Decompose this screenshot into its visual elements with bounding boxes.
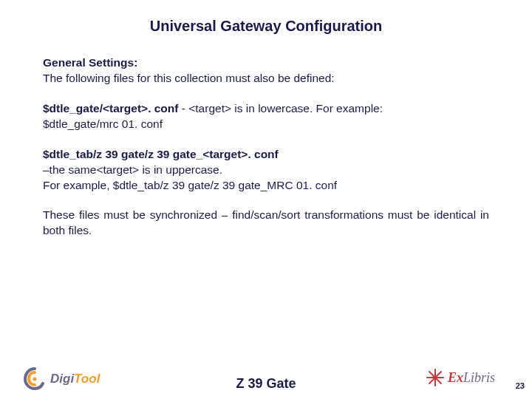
digitool-digi: Digi (50, 372, 74, 386)
svg-point-0 (33, 378, 37, 381)
sync-text: These files must be synchronized – find/… (43, 208, 489, 236)
section-general: General Settings: The following files fo… (43, 55, 489, 86)
general-body: The following files for this collection … (43, 72, 335, 84)
exlibris-ex: Ex (448, 370, 463, 385)
digitool-text: DigiTool (50, 372, 100, 386)
exlibris-burst-icon (426, 368, 445, 387)
page-number: 23 (516, 381, 525, 390)
dtle-tab-example: For example, $dtle_tab/z 39 gate/z 39 ga… (43, 179, 337, 191)
svg-line-6 (429, 378, 435, 383)
digitool-swirl-icon (22, 366, 47, 392)
dtle-gate-path: $dtle_gate/<target>. conf (43, 102, 178, 115)
section-dtle-tab: $dtle_tab/z 39 gate/z 39 gate_<target>. … (43, 147, 489, 194)
exlibris-logo: ExLibris (426, 368, 495, 387)
slide-title: Universal Gateway Configuration (0, 0, 532, 55)
dtle-tab-desc: –the same<target> is in uppercase. (43, 163, 222, 176)
dtle-gate-desc: - <target> is in lowercase. For example: (178, 102, 383, 115)
dtle-gate-example: $dtle_gate/mrc 01. conf (43, 117, 163, 130)
dtle-tab-path: $dtle_tab/z 39 gate/z 39 gate_<target>. … (43, 148, 279, 160)
digitool-logo: DigiTool (22, 366, 100, 392)
slide-content: General Settings: The following files fo… (0, 55, 532, 239)
section-sync: These files must be synchronized – find/… (43, 208, 489, 239)
section-dtle-gate: $dtle_gate/<target>. conf - <target> is … (43, 101, 489, 132)
svg-line-2 (435, 372, 441, 378)
exlibris-libris: Libris (463, 370, 495, 385)
digitool-tool: Tool (74, 372, 100, 386)
general-heading: General Settings: (43, 56, 137, 69)
svg-line-4 (435, 378, 441, 383)
exlibris-text: ExLibris (448, 370, 495, 386)
svg-line-8 (429, 372, 435, 378)
